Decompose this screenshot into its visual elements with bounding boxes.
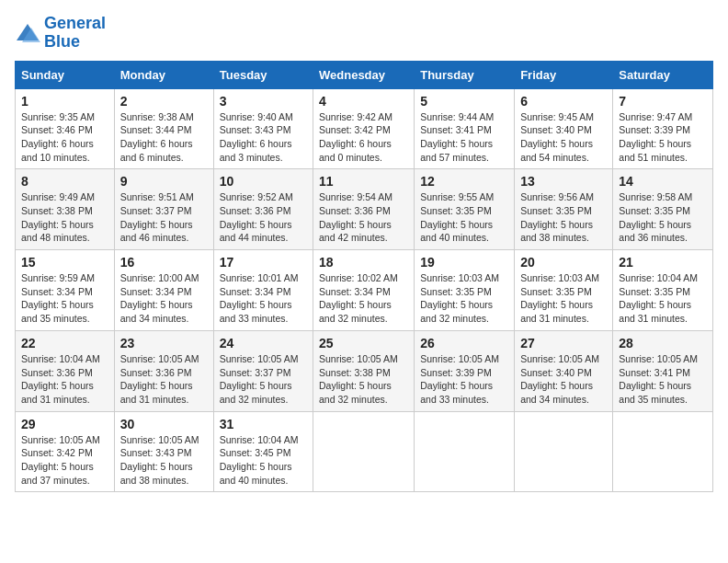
day-info: Sunrise: 9:45 AM Sunset: 3:40 PM Dayligh… — [520, 110, 607, 165]
calendar-cell: 25 Sunrise: 10:05 AM Sunset: 3:38 PM Day… — [313, 330, 415, 411]
calendar-cell: 28 Sunrise: 10:05 AM Sunset: 3:41 PM Day… — [613, 330, 713, 411]
day-info: Sunrise: 9:44 AM Sunset: 3:41 PM Dayligh… — [420, 110, 508, 165]
logo-text: General Blue — [44, 15, 106, 52]
day-info: Sunrise: 10:01 AM Sunset: 3:34 PM Daylig… — [220, 271, 307, 326]
calendar-cell: 31 Sunrise: 10:04 AM Sunset: 3:45 PM Day… — [213, 411, 313, 492]
day-number: 30 — [120, 417, 208, 431]
day-number: 3 — [220, 94, 307, 109]
day-info: Sunrise: 9:54 AM Sunset: 3:36 PM Dayligh… — [319, 190, 408, 245]
day-info: Sunrise: 9:51 AM Sunset: 3:37 PM Dayligh… — [120, 190, 208, 245]
calendar-cell — [415, 411, 515, 492]
logo-general: General — [44, 14, 106, 32]
day-number: 31 — [220, 417, 307, 431]
day-number: 16 — [120, 255, 208, 270]
calendar-cell: 18 Sunrise: 10:02 AM Sunset: 3:34 PM Day… — [313, 250, 415, 331]
calendar-cell: 13 Sunrise: 9:56 AM Sunset: 3:35 PM Dayl… — [515, 169, 613, 250]
day-info: Sunrise: 10:05 AM Sunset: 3:43 PM Daylig… — [120, 433, 208, 488]
calendar-cell — [613, 411, 713, 492]
calendar-cell: 19 Sunrise: 10:03 AM Sunset: 3:35 PM Day… — [415, 250, 515, 331]
week-row-3: 15 Sunrise: 9:59 AM Sunset: 3:34 PM Dayl… — [16, 250, 713, 331]
day-info: Sunrise: 10:04 AM Sunset: 3:35 PM Daylig… — [619, 271, 707, 326]
calendar-cell: 5 Sunrise: 9:44 AM Sunset: 3:41 PM Dayli… — [415, 88, 515, 169]
day-number: 22 — [21, 336, 108, 350]
header-row: SundayMondayTuesdayWednesdayThursdayFrid… — [16, 61, 713, 88]
day-info: Sunrise: 9:56 AM Sunset: 3:35 PM Dayligh… — [520, 190, 607, 245]
day-info: Sunrise: 10:05 AM Sunset: 3:42 PM Daylig… — [21, 433, 108, 488]
calendar-cell — [313, 411, 415, 492]
calendar-cell — [515, 411, 613, 492]
week-row-2: 8 Sunrise: 9:49 AM Sunset: 3:38 PM Dayli… — [16, 169, 713, 250]
day-number: 7 — [619, 94, 707, 109]
day-info: Sunrise: 9:38 AM Sunset: 3:44 PM Dayligh… — [120, 110, 208, 165]
day-number: 23 — [120, 336, 208, 350]
day-info: Sunrise: 9:55 AM Sunset: 3:35 PM Dayligh… — [420, 190, 508, 245]
day-number: 27 — [520, 336, 607, 350]
calendar-cell: 16 Sunrise: 10:00 AM Sunset: 3:34 PM Day… — [114, 250, 213, 331]
day-number: 2 — [120, 94, 208, 109]
header-tuesday: Tuesday — [213, 61, 313, 88]
day-number: 19 — [420, 255, 508, 270]
day-info: Sunrise: 10:03 AM Sunset: 3:35 PM Daylig… — [420, 271, 508, 326]
day-number: 5 — [420, 94, 508, 109]
day-number: 29 — [21, 417, 108, 431]
day-info: Sunrise: 10:03 AM Sunset: 3:35 PM Daylig… — [520, 271, 607, 326]
header-sunday: Sunday — [16, 61, 115, 88]
calendar-cell: 23 Sunrise: 10:05 AM Sunset: 3:36 PM Day… — [114, 330, 213, 411]
calendar-cell: 21 Sunrise: 10:04 AM Sunset: 3:35 PM Day… — [613, 250, 713, 331]
week-row-1: 1 Sunrise: 9:35 AM Sunset: 3:46 PM Dayli… — [16, 88, 713, 169]
calendar-cell: 6 Sunrise: 9:45 AM Sunset: 3:40 PM Dayli… — [515, 88, 613, 169]
day-info: Sunrise: 9:58 AM Sunset: 3:35 PM Dayligh… — [619, 190, 707, 245]
day-number: 26 — [420, 336, 508, 350]
calendar-cell: 2 Sunrise: 9:38 AM Sunset: 3:44 PM Dayli… — [114, 88, 213, 169]
day-number: 25 — [319, 336, 408, 350]
logo-icon — [15, 22, 40, 44]
calendar-cell: 7 Sunrise: 9:47 AM Sunset: 3:39 PM Dayli… — [613, 88, 713, 169]
header-monday: Monday — [114, 61, 213, 88]
header-wednesday: Wednesday — [313, 61, 415, 88]
day-info: Sunrise: 10:04 AM Sunset: 3:36 PM Daylig… — [21, 352, 108, 407]
calendar-cell: 29 Sunrise: 10:05 AM Sunset: 3:42 PM Day… — [16, 411, 115, 492]
day-number: 9 — [120, 174, 208, 189]
week-row-5: 29 Sunrise: 10:05 AM Sunset: 3:42 PM Day… — [16, 411, 713, 492]
calendar-cell: 22 Sunrise: 10:04 AM Sunset: 3:36 PM Day… — [16, 330, 115, 411]
day-info: Sunrise: 10:00 AM Sunset: 3:34 PM Daylig… — [120, 271, 208, 326]
day-info: Sunrise: 9:52 AM Sunset: 3:36 PM Dayligh… — [220, 190, 307, 245]
day-number: 8 — [21, 174, 108, 189]
calendar-cell: 15 Sunrise: 9:59 AM Sunset: 3:34 PM Dayl… — [16, 250, 115, 331]
day-info: Sunrise: 10:05 AM Sunset: 3:38 PM Daylig… — [319, 352, 408, 407]
day-info: Sunrise: 9:42 AM Sunset: 3:42 PM Dayligh… — [319, 110, 408, 165]
day-info: Sunrise: 9:49 AM Sunset: 3:38 PM Dayligh… — [21, 190, 108, 245]
day-info: Sunrise: 9:35 AM Sunset: 3:46 PM Dayligh… — [21, 110, 108, 165]
calendar-cell: 11 Sunrise: 9:54 AM Sunset: 3:36 PM Dayl… — [313, 169, 415, 250]
day-number: 21 — [619, 255, 707, 270]
day-info: Sunrise: 10:05 AM Sunset: 3:37 PM Daylig… — [220, 352, 307, 407]
calendar-cell: 17 Sunrise: 10:01 AM Sunset: 3:34 PM Day… — [213, 250, 313, 331]
calendar-cell: 9 Sunrise: 9:51 AM Sunset: 3:37 PM Dayli… — [114, 169, 213, 250]
day-info: Sunrise: 10:05 AM Sunset: 3:41 PM Daylig… — [619, 352, 707, 407]
header-saturday: Saturday — [613, 61, 713, 88]
calendar-cell: 26 Sunrise: 10:05 AM Sunset: 3:39 PM Day… — [415, 330, 515, 411]
calendar-cell: 10 Sunrise: 9:52 AM Sunset: 3:36 PM Dayl… — [213, 169, 313, 250]
day-number: 14 — [619, 174, 707, 189]
day-number: 11 — [319, 174, 408, 189]
logo: General Blue — [15, 15, 106, 52]
day-number: 17 — [220, 255, 307, 270]
header-friday: Friday — [515, 61, 613, 88]
day-info: Sunrise: 9:40 AM Sunset: 3:43 PM Dayligh… — [220, 110, 307, 165]
day-info: Sunrise: 10:05 AM Sunset: 3:39 PM Daylig… — [420, 352, 508, 407]
calendar-cell: 27 Sunrise: 10:05 AM Sunset: 3:40 PM Day… — [515, 330, 613, 411]
calendar-cell: 8 Sunrise: 9:49 AM Sunset: 3:38 PM Dayli… — [16, 169, 115, 250]
day-info: Sunrise: 9:47 AM Sunset: 3:39 PM Dayligh… — [619, 110, 707, 165]
week-row-4: 22 Sunrise: 10:04 AM Sunset: 3:36 PM Day… — [16, 330, 713, 411]
calendar-cell: 14 Sunrise: 9:58 AM Sunset: 3:35 PM Dayl… — [613, 169, 713, 250]
day-number: 6 — [520, 94, 607, 109]
day-number: 28 — [619, 336, 707, 350]
calendar-cell: 3 Sunrise: 9:40 AM Sunset: 3:43 PM Dayli… — [213, 88, 313, 169]
day-number: 1 — [21, 94, 108, 109]
page-header: General Blue — [15, 15, 713, 52]
header-thursday: Thursday — [415, 61, 515, 88]
day-number: 20 — [520, 255, 607, 270]
calendar-cell: 20 Sunrise: 10:03 AM Sunset: 3:35 PM Day… — [515, 250, 613, 331]
logo-blue: Blue — [44, 32, 80, 51]
day-number: 13 — [520, 174, 607, 189]
